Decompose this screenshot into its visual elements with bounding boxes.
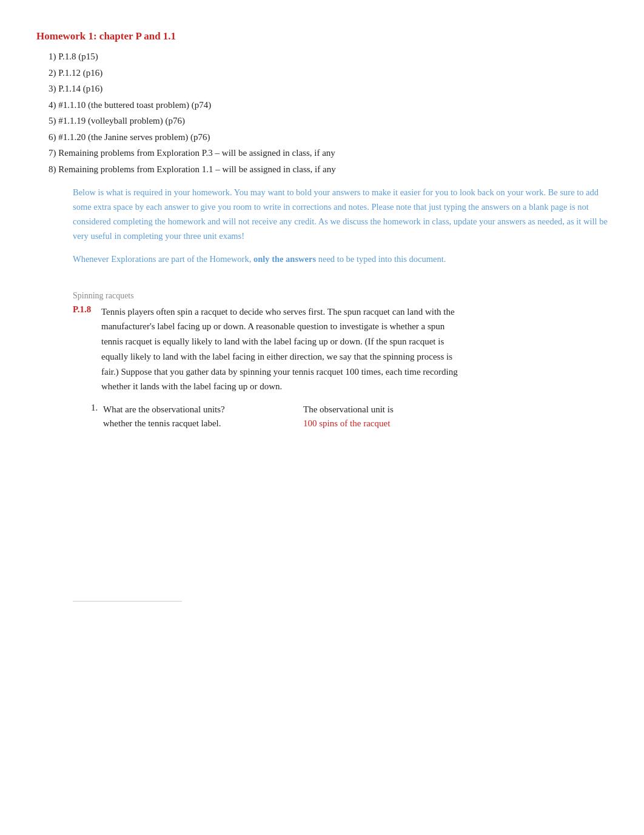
list-item: 4) #1.1.10 (the buttered toast problem) …	[49, 98, 608, 112]
problem-label: P.1.8	[73, 304, 94, 315]
exploration-note-after: need to be typed into this document.	[316, 254, 446, 264]
list-item: 1) P.1.8 (p15)	[49, 50, 608, 64]
list-item: 5) #1.1.19 (volleyball problem) (p76)	[49, 114, 608, 128]
question-line1: What are the observational units?	[103, 404, 225, 414]
list-item: 2) P.1.12 (p16)	[49, 66, 608, 80]
question-line2: whether the tennis racquet label.	[103, 418, 221, 428]
problem-block: P.1.8 Tennis players often spin a racque…	[73, 304, 608, 431]
question-number: 1.	[91, 403, 103, 413]
info-block: Below is what is required in your homewo…	[73, 186, 608, 267]
problem-header: P.1.8 Tennis players often spin a racque…	[73, 304, 608, 395]
section-subtitle: Spinning racquets	[73, 291, 608, 301]
list-item: 6) #1.1.20 (the Janine serves problem) (…	[49, 130, 608, 144]
homework-list: 1) P.1.8 (p15) 2) P.1.12 (p16) 3) P.1.14…	[36, 50, 608, 176]
exploration-note-highlighted: only the answers	[253, 254, 316, 264]
question-row: 1. What are the observational units? whe…	[91, 403, 608, 431]
problem-body: Tennis players often spin a racquet to d…	[101, 304, 459, 395]
answer-col: The observational unit is 100 spins of t…	[291, 403, 394, 431]
list-item: 3) P.1.14 (p16)	[49, 82, 608, 96]
page-title: Homework 1: chapter P and 1.1	[36, 30, 608, 42]
info-paragraph: Below is what is required in your homewo…	[73, 186, 608, 244]
answer-line1: The observational unit is	[303, 404, 394, 414]
exploration-note-before: Whenever Explorations are part of the Ho…	[73, 254, 253, 264]
footer-line	[73, 601, 182, 602]
question-text: What are the observational units? whethe…	[103, 403, 291, 431]
list-item: 8) Remaining problems from Exploration 1…	[49, 163, 608, 176]
question-list: 1. What are the observational units? whe…	[73, 403, 608, 431]
list-item: 7) Remaining problems from Exploration P…	[49, 146, 608, 160]
answer-line2: 100 spins of the racquet	[303, 418, 390, 428]
section-block: Spinning racquets P.1.8 Tennis players o…	[73, 291, 608, 431]
exploration-note: Whenever Explorations are part of the Ho…	[73, 252, 608, 267]
